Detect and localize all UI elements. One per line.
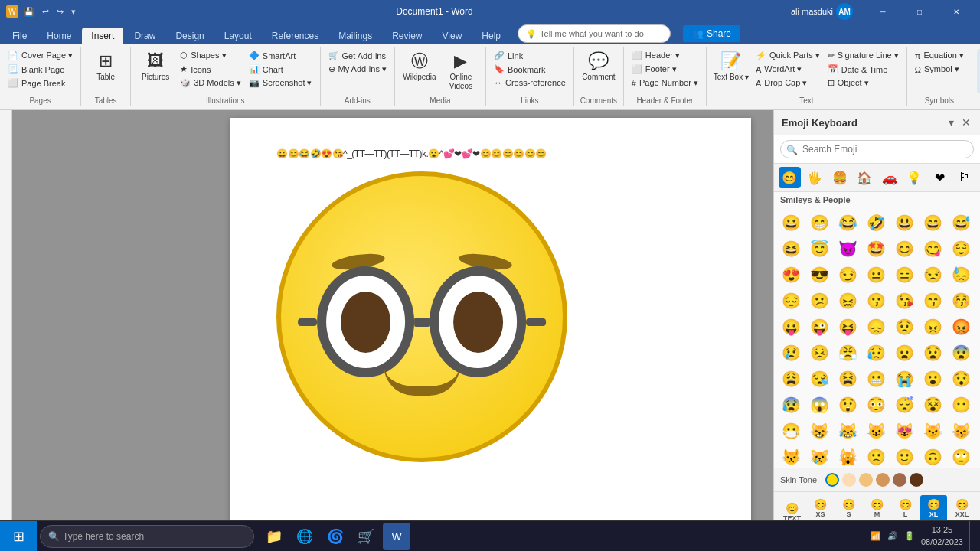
- emoji-keyboard-btn[interactable]: 😀 Emoji Keyboard: [977, 49, 980, 93]
- tab-home[interactable]: Home: [38, 28, 80, 44]
- taskbar-app-explorer[interactable]: 📁: [260, 523, 288, 550]
- comment-btn[interactable]: 💬 Comment: [579, 49, 619, 93]
- emoji-item[interactable]: 😑: [892, 262, 916, 287]
- taskbar-search[interactable]: 🔍 Type here to search: [40, 525, 254, 548]
- emoji-item[interactable]: 😦: [892, 341, 916, 365]
- taskbar-datetime[interactable]: 13:25 08/02/2023: [921, 524, 963, 548]
- emoji-item[interactable]: 😼: [920, 419, 945, 443]
- tab-review[interactable]: Review: [383, 28, 431, 44]
- emoji-item[interactable]: 😩: [779, 367, 803, 391]
- shapes-btn[interactable]: ⬡ Shapes ▾: [177, 49, 244, 62]
- emoji-item[interactable]: 😶: [949, 393, 973, 417]
- tab-file[interactable]: File: [3, 28, 36, 44]
- link-btn[interactable]: 🔗 Link: [491, 49, 569, 62]
- emoji-item[interactable]: 😄: [920, 210, 945, 235]
- blank-page-btn[interactable]: 📃 Blank Page: [5, 63, 76, 76]
- emoji-item[interactable]: 😞: [864, 315, 888, 339]
- maximize-btn[interactable]: □: [902, 0, 937, 23]
- emoji-item[interactable]: 😣: [807, 341, 831, 365]
- emoji-item[interactable]: 😁: [807, 210, 831, 235]
- skin-tone-2[interactable]: [842, 473, 856, 487]
- skin-tone-6[interactable]: [910, 473, 923, 487]
- emoji-item[interactable]: 😗: [864, 289, 888, 313]
- taskbar-app-chrome[interactable]: 🌐: [291, 523, 318, 550]
- emoji-item[interactable]: 😺: [864, 419, 888, 443]
- skin-tone-3[interactable]: [859, 473, 873, 487]
- emoji-item[interactable]: 😱: [807, 393, 831, 417]
- emoji-cat-objects[interactable]: 🏠: [854, 167, 876, 188]
- emoji-item[interactable]: 😇: [807, 236, 831, 261]
- emoji-item[interactable]: 😎: [807, 262, 831, 287]
- text-box-btn[interactable]: 📝 Text Box ▾: [711, 49, 751, 93]
- emoji-cat-flags[interactable]: 🏳: [953, 167, 975, 188]
- emoji-item[interactable]: 😹: [835, 419, 860, 443]
- start-button[interactable]: ⊞: [0, 521, 37, 552]
- emoji-item[interactable]: 😬: [864, 367, 888, 391]
- emoji-item[interactable]: 😳: [864, 393, 888, 417]
- smartart-btn[interactable]: 🔷 SmartArt: [246, 49, 315, 62]
- taskbar-app-edge[interactable]: 🌀: [322, 523, 349, 550]
- tab-design[interactable]: Design: [166, 28, 213, 44]
- emoji-item[interactable]: 😪: [807, 367, 831, 391]
- emoji-item[interactable]: 😚: [949, 289, 973, 313]
- show-desktop-btn[interactable]: [969, 521, 974, 552]
- emoji-item[interactable]: 😍: [779, 262, 803, 287]
- emoji-item[interactable]: 🤣: [864, 210, 888, 235]
- emoji-item[interactable]: 😷: [779, 419, 803, 443]
- skin-tone-4[interactable]: [876, 473, 890, 487]
- emoji-item[interactable]: 😓: [949, 262, 973, 287]
- emoji-item[interactable]: 😸: [807, 419, 831, 443]
- pictures-btn[interactable]: 🖼 Pictures: [136, 49, 175, 93]
- emoji-item[interactable]: 😆: [779, 236, 803, 261]
- emoji-item[interactable]: 😝: [835, 315, 860, 339]
- quick-parts-btn[interactable]: ⚡ Quick Parts ▾: [753, 49, 823, 62]
- page-number-btn[interactable]: # Page Number ▾: [629, 77, 701, 90]
- get-addins-btn[interactable]: 🛒 Get Add-ins: [325, 49, 390, 62]
- emoji-item[interactable]: 😕: [807, 289, 831, 313]
- emoji-item[interactable]: 😀: [779, 210, 803, 235]
- emoji-item[interactable]: 😈: [835, 236, 860, 261]
- emoji-item[interactable]: 😊: [892, 236, 916, 261]
- emoji-item[interactable]: 😽: [949, 419, 973, 443]
- emoji-item[interactable]: 🙀: [835, 445, 860, 468]
- wikipedia-btn[interactable]: Ⓦ Wikipedia: [400, 49, 439, 93]
- emoji-cat-travel[interactable]: 🚗: [879, 167, 901, 188]
- skin-tone-5[interactable]: [893, 473, 906, 487]
- emoji-item[interactable]: 😤: [835, 341, 860, 365]
- emoji-item[interactable]: 😭: [892, 367, 916, 391]
- cover-page-btn[interactable]: 📄 Cover Page ▾: [5, 49, 76, 62]
- emoji-item[interactable]: 😡: [949, 315, 973, 339]
- emoji-item[interactable]: 😋: [920, 236, 945, 261]
- equation-btn[interactable]: π Equation ▾: [912, 49, 967, 62]
- emoji-item[interactable]: 😮: [920, 367, 945, 391]
- emoji-item[interactable]: 😜: [807, 315, 831, 339]
- minimize-btn[interactable]: ─: [865, 0, 900, 23]
- emoji-item[interactable]: 😴: [892, 393, 916, 417]
- object-btn[interactable]: ⊞ Object ▾: [825, 77, 902, 90]
- emoji-item[interactable]: 😙: [920, 289, 945, 313]
- save-btn[interactable]: 💾: [21, 5, 37, 18]
- icons-btn[interactable]: ★ Icons: [177, 63, 244, 76]
- emoji-cat-food[interactable]: 🍔: [828, 167, 851, 188]
- emoji-item[interactable]: 😻: [892, 419, 916, 443]
- tab-insert[interactable]: Insert: [82, 28, 123, 44]
- emoji-item[interactable]: 😐: [864, 262, 888, 287]
- undo-btn[interactable]: ↩: [40, 5, 51, 18]
- emoji-item[interactable]: 😖: [835, 289, 860, 313]
- redo-btn[interactable]: ↪: [54, 5, 66, 18]
- emoji-item[interactable]: 😃: [892, 210, 916, 235]
- emoji-item[interactable]: 😿: [807, 445, 831, 468]
- taskbar-app-store[interactable]: 🛒: [352, 523, 380, 550]
- emoji-item[interactable]: 😥: [864, 341, 888, 365]
- emoji-item[interactable]: 😏: [835, 262, 860, 287]
- emoji-item[interactable]: 😘: [892, 289, 916, 313]
- emoji-item[interactable]: 😢: [779, 341, 803, 365]
- 3d-models-btn[interactable]: 🎲 3D Models ▾: [177, 77, 244, 90]
- emoji-cat-people[interactable]: 🖐: [804, 167, 826, 188]
- emoji-item[interactable]: 😌: [949, 236, 973, 261]
- emoji-item[interactable]: 😔: [779, 289, 803, 313]
- emoji-cat-activities[interactable]: 💡: [903, 167, 926, 188]
- tab-references[interactable]: References: [263, 28, 328, 44]
- tab-mailings[interactable]: Mailings: [329, 28, 381, 44]
- emoji-item[interactable]: 😯: [949, 367, 973, 391]
